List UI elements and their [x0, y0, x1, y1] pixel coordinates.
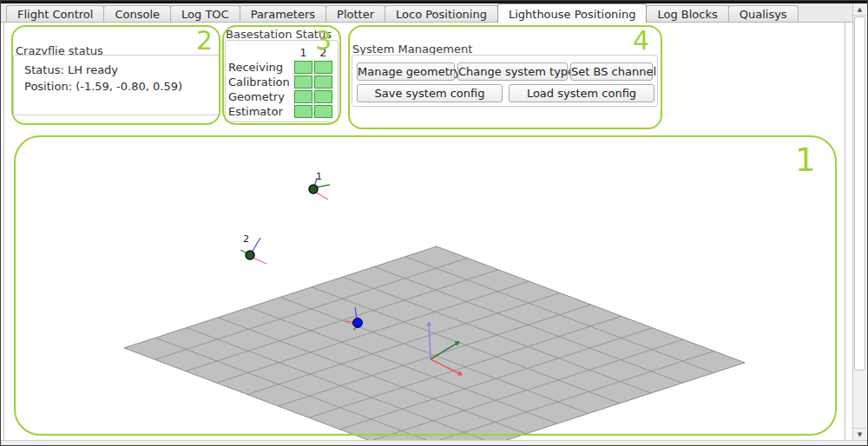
- bs-row-geometry: Geometry: [228, 90, 293, 104]
- tab-parameters[interactable]: Parameters: [240, 5, 326, 22]
- bs-row-calibration: Calibration: [228, 75, 293, 89]
- status-indicator-estimator-1: [294, 105, 312, 118]
- bs-column-2: 2: [314, 46, 332, 60]
- svg-text:1: 1: [316, 171, 322, 182]
- app-window: Flight Control Console Log TOC Parameter…: [0, 0, 868, 446]
- tab-flight-control[interactable]: Flight Control: [6, 5, 104, 22]
- tab-log-blocks[interactable]: Log Blocks: [646, 5, 728, 22]
- position-text: Position: (-1.59, -0.80, 0.59): [24, 80, 182, 93]
- status-text: Status: LH ready: [24, 63, 118, 76]
- change-system-type-button[interactable]: Change system type: [457, 62, 568, 81]
- bs-row-receiving: Receiving: [228, 61, 293, 75]
- status-indicator-calibration-1: [294, 75, 312, 89]
- bs-column-1: 1: [294, 46, 312, 60]
- tab-lighthouse-positioning[interactable]: Lighthouse Positioning: [497, 3, 648, 23]
- set-bs-channel-button[interactable]: Set BS channel: [570, 62, 653, 81]
- tab-log-toc[interactable]: Log TOC: [170, 5, 240, 22]
- tab-plotter[interactable]: Plotter: [326, 5, 385, 22]
- manage-geometry-button[interactable]: Manage geometry: [357, 62, 455, 81]
- tab-bar: Flight Control Console Log TOC Parameter…: [1, 3, 853, 23]
- status-bar: [1, 440, 867, 446]
- tab-qualisys[interactable]: Qualisys: [728, 5, 799, 22]
- status-indicator-geometry-2: [314, 90, 332, 103]
- basestation-status-title: Basestation Status: [225, 28, 332, 41]
- scroll-up-icon[interactable]: ▲: [853, 3, 866, 16]
- svg-text:2: 2: [243, 233, 249, 245]
- basestation-status-table: 1 2 Receiving Calibration Geometry Estim…: [228, 46, 332, 119]
- status-indicator-geometry-1: [294, 90, 312, 103]
- vertical-scrollbar[interactable]: ▲ ▼: [852, 3, 866, 440]
- status-indicator-estimator-2: [314, 105, 332, 118]
- scrollbar-thumb[interactable]: [854, 16, 865, 371]
- bs-row-estimator: Estimator: [228, 105, 293, 119]
- tab-loco-positioning[interactable]: Loco Positioning: [385, 5, 498, 22]
- status-indicator-receiving-1: [294, 61, 312, 74]
- status-indicator-calibration-2: [314, 75, 332, 89]
- tab-console[interactable]: Console: [103, 5, 171, 22]
- system-management-title: System Management: [352, 43, 473, 56]
- save-system-config-button[interactable]: Save system config: [357, 84, 503, 102]
- load-system-config-button[interactable]: Load system config: [509, 84, 654, 102]
- status-indicator-receiving-2: [314, 61, 332, 74]
- scroll-down-icon[interactable]: ▼: [853, 428, 866, 440]
